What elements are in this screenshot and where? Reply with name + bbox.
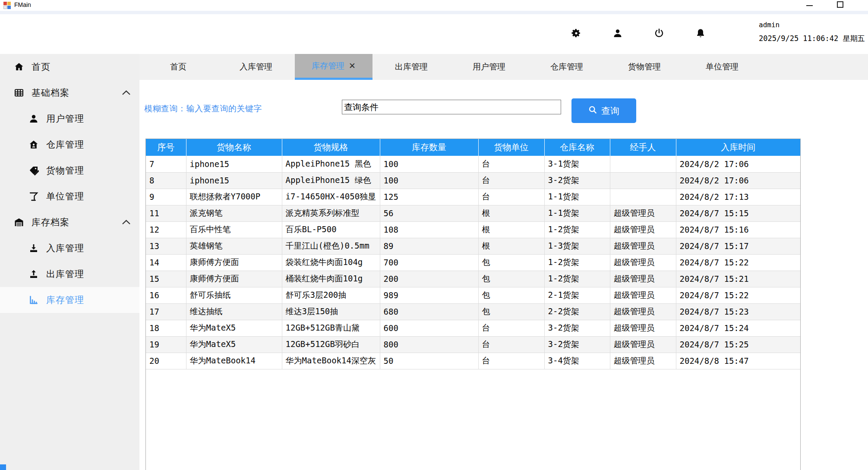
tab-入库管理[interactable]: 入库管理 xyxy=(217,54,295,80)
sidebar-item-upload[interactable]: 出库管理 xyxy=(0,261,139,287)
table-cell: 3-2货架 xyxy=(544,336,610,353)
table-cell: 12GB+512GB青山黛 xyxy=(282,320,380,336)
tab-出库管理[interactable]: 出库管理 xyxy=(372,54,450,80)
minimize-button[interactable] xyxy=(806,5,813,6)
table-cell: 989 xyxy=(380,287,478,303)
column-header[interactable]: 货物单位 xyxy=(478,139,544,156)
sidebar-item-grid[interactable]: 基础档案 xyxy=(0,80,139,106)
table-cell: 1-1货架 xyxy=(544,189,610,205)
table-cell: 包 xyxy=(478,254,544,271)
sidebar-item-funnel[interactable]: 单位管理 xyxy=(0,183,139,209)
table-cell: 超级管理员 xyxy=(610,238,676,254)
table-cell xyxy=(610,189,676,205)
gear-button[interactable] xyxy=(570,27,583,40)
table-row[interactable]: 18华为MateX512GB+512GB青山黛600台3-2货架超级管理员202… xyxy=(146,320,800,336)
table-cell: 包 xyxy=(478,287,544,303)
table-cell: 2024/8/2 17:06 xyxy=(676,172,800,189)
table-cell: 包 xyxy=(478,271,544,287)
table-cell: 100 xyxy=(380,172,478,189)
tab-单位管理[interactable]: 单位管理 xyxy=(683,54,761,80)
table-cell: 600 xyxy=(380,320,478,336)
table-row[interactable]: 17维达抽纸维达3层150抽680包2-2货架超级管理员2024/8/7 15:… xyxy=(146,303,800,320)
sidebar-item-user[interactable]: 用户管理 xyxy=(0,106,139,132)
table-cell: 百乐中性笔 xyxy=(186,221,282,238)
table-cell: 100 xyxy=(380,156,478,172)
sidebar-item-label: 库存档案 xyxy=(32,216,69,228)
table-cell: 13 xyxy=(146,238,186,254)
column-header[interactable]: 经手人 xyxy=(610,139,676,156)
table-cell: 700 xyxy=(380,254,478,271)
tab-仓库管理[interactable]: 仓库管理 xyxy=(528,54,606,80)
bell-button[interactable] xyxy=(694,27,707,40)
table-row[interactable]: 13英雄钢笔千里江山(橙色)0.5mm89根1-3货架超级管理员2024/8/7… xyxy=(146,238,800,254)
tab-货物管理[interactable]: 货物管理 xyxy=(606,54,683,80)
table-cell: 台 xyxy=(478,320,544,336)
column-header[interactable]: 仓库名称 xyxy=(544,139,610,156)
table-cell: 19 xyxy=(146,336,186,353)
table-cell: 12 xyxy=(146,221,186,238)
sidebar-item-home[interactable]: 首页 xyxy=(0,54,139,80)
table-cell: i7-14650HX-4050独显 xyxy=(282,189,380,205)
sidebar: 首页基础档案用户管理仓库管理货物管理单位管理库存档案入库管理出库管理库存管理 xyxy=(0,54,139,470)
table-cell: 14 xyxy=(146,254,186,271)
table-cell: 3-2货架 xyxy=(544,320,610,336)
table-row[interactable]: 19华为MateX512GB+512GB羽砂白800台3-2货架超级管理员202… xyxy=(146,336,800,353)
table-cell: 根 xyxy=(478,221,544,238)
table-cell: iphone15 xyxy=(186,156,282,172)
user-button[interactable] xyxy=(611,27,624,40)
chevron-up-icon[interactable] xyxy=(122,219,131,227)
table-cell: 英雄钢笔 xyxy=(186,238,282,254)
chevron-up-icon[interactable] xyxy=(122,89,131,97)
table-row[interactable]: 15康师傅方便面桶装红烧牛肉面101g200包1-2货架超级管理员2024/8/… xyxy=(146,271,800,287)
column-header[interactable]: 库存数量 xyxy=(380,139,478,156)
column-header[interactable]: 货物名称 xyxy=(186,139,282,156)
tab-close-icon[interactable]: ✕ xyxy=(349,62,356,70)
column-header[interactable]: 货物规格 xyxy=(282,139,380,156)
warehouse-icon xyxy=(28,139,40,150)
bell-icon xyxy=(695,28,706,38)
table-cell: 1-1货架 xyxy=(544,205,610,221)
sidebar-item-archive[interactable]: 库存档案 xyxy=(0,209,139,235)
table-cell: 2024/8/7 15:21 xyxy=(676,271,800,287)
sidebar-item-download[interactable]: 入库管理 xyxy=(0,235,139,261)
sidebar-item-tag[interactable]: 货物管理 xyxy=(0,158,139,183)
tab-首页[interactable]: 首页 xyxy=(139,54,217,80)
table-row[interactable]: 16舒可乐抽纸舒可乐3层200抽989包2-1货架超级管理员2024/8/7 1… xyxy=(146,287,800,303)
table-cell: 89 xyxy=(380,238,478,254)
table-cell: 超级管理员 xyxy=(610,205,676,221)
column-header[interactable]: 序号 xyxy=(146,139,186,156)
table-cell: 800 xyxy=(380,336,478,353)
maximize-button[interactable] xyxy=(837,1,843,8)
table-row[interactable]: 20华为MateBook14华为MateBook14深空灰50台3-4货架超级管… xyxy=(146,353,800,369)
table-row[interactable]: 8iphone15AppleiPhone15 绿色100台3-2货架2024/8… xyxy=(146,172,800,189)
table-cell: 台 xyxy=(478,353,544,369)
tab-用户管理[interactable]: 用户管理 xyxy=(450,54,528,80)
table-cell: 2-2货架 xyxy=(544,303,610,320)
tab-strip: 首页入库管理库存管理✕出库管理用户管理仓库管理货物管理单位管理 xyxy=(139,54,868,80)
tab-label: 仓库管理 xyxy=(550,61,583,73)
table-cell: 桶装红烧牛肉面101g xyxy=(282,271,380,287)
table-cell: 18 xyxy=(146,320,186,336)
table-cell: 9 xyxy=(146,189,186,205)
column-header[interactable]: 入库时间 xyxy=(676,139,800,156)
tab-label: 首页 xyxy=(170,61,186,73)
table-cell: 2024/8/7 15:17 xyxy=(676,238,800,254)
table-row[interactable]: 11派克钢笔派克精英系列标准型56根1-1货架超级管理员2024/8/7 15:… xyxy=(146,205,800,221)
tab-label: 入库管理 xyxy=(240,61,272,73)
tab-库存管理[interactable]: 库存管理✕ xyxy=(295,54,372,80)
search-input[interactable] xyxy=(342,100,561,114)
search-button[interactable]: 查询 xyxy=(571,98,636,123)
table-row[interactable]: 12百乐中性笔百乐BL-P500108根1-2货架超级管理员2024/8/7 1… xyxy=(146,221,800,238)
sidebar-item-warehouse[interactable]: 仓库管理 xyxy=(0,132,139,158)
table-cell: 袋装红烧牛肉面104g xyxy=(282,254,380,271)
power-button[interactable] xyxy=(653,27,666,40)
table-row[interactable]: 14康师傅方便面袋装红烧牛肉面104g700包1-2货架超级管理员2024/8/… xyxy=(146,254,800,271)
table-cell: 56 xyxy=(380,205,478,221)
user-block: admin 2025/9/25 11:06:42 星期五 xyxy=(759,21,865,44)
search-hint-label: 模糊查询：输入要查询的关键字 xyxy=(144,103,262,114)
table-cell: 超级管理员 xyxy=(610,336,676,353)
table-row[interactable]: 9联想拯救者Y7000Pi7-14650HX-4050独显125台1-1货架20… xyxy=(146,189,800,205)
sidebar-item-chart[interactable]: 库存管理 xyxy=(0,287,139,313)
table-cell: 7 xyxy=(146,156,186,172)
table-row[interactable]: 7iphone15AppleiPhone15 黑色100台3-1货架2024/8… xyxy=(146,156,800,172)
